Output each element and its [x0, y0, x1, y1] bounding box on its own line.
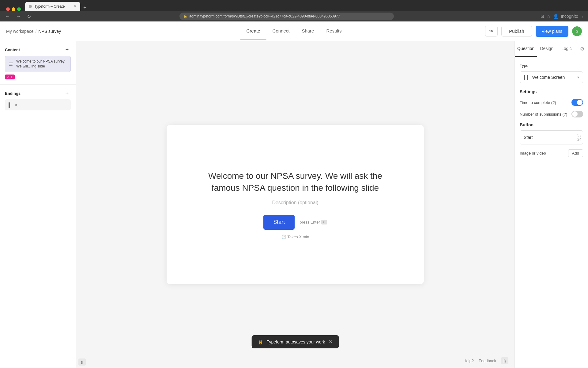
tab-connect[interactable]: Connect: [266, 22, 296, 40]
press-enter-text: press Enter: [300, 220, 320, 224]
press-enter-hint: press Enter ↵: [300, 220, 327, 224]
maximize-btn[interactable]: [17, 7, 21, 11]
view-plans-button[interactable]: View plans: [536, 26, 568, 37]
button-text-input[interactable]: [524, 135, 577, 140]
type-dropdown[interactable]: ▌▌ Welcome Screen ▾: [520, 71, 583, 83]
form-card: Welcome to our NPSA survey. We will ask …: [167, 125, 424, 284]
nav-tabs: Create Connect Share Results: [240, 22, 348, 40]
number-of-submissions-label: Number of submissions (?): [520, 112, 567, 117]
nav-actions: 👁 Publish View plans S: [485, 26, 582, 37]
survey-name: NPS survey: [38, 29, 61, 34]
cast-icon[interactable]: ⊡: [541, 14, 544, 19]
time-to-complete-label: Time to complete (?): [520, 100, 556, 105]
tab-logic[interactable]: Logic: [557, 41, 576, 57]
tab-close-icon[interactable]: ✕: [74, 4, 77, 9]
tab-results[interactable]: Results: [320, 22, 348, 40]
more-icon[interactable]: ⋮: [581, 14, 585, 19]
autosave-toast: 🔒 Typeform autosaves your work ✕: [252, 335, 339, 348]
button-char-count: 5 / 24: [577, 133, 581, 142]
toast-close-button[interactable]: ✕: [329, 339, 333, 345]
ending-item-text: A: [15, 103, 17, 107]
welcome-item-icon: [9, 63, 13, 66]
start-btn-row: Start press Enter ↵: [263, 215, 327, 230]
bottom-bar: {| Help? Feedback |}: [76, 353, 514, 368]
close-btn[interactable]: [6, 7, 10, 11]
sidebar-item-welcome[interactable]: Welcome to our NPSA survey. We will…ing …: [5, 56, 71, 72]
tab-question[interactable]: Question: [515, 41, 537, 57]
panel-tabs: Question Design Logic ⚙: [515, 41, 588, 57]
item-number-badge: ✓ 1: [5, 75, 15, 79]
forward-button[interactable]: →: [14, 13, 23, 20]
browser-chrome: Typeform – Create ✕ + ← → ↻ 🔒 admin.type…: [0, 0, 588, 21]
add-content-button[interactable]: +: [63, 46, 71, 53]
main-content: Content + Welcome to our NPSA survey. We…: [0, 41, 588, 368]
browser-tabs: Typeform – Create ✕ +: [0, 0, 588, 11]
breadcrumb: My workspace / NPS survey: [6, 29, 61, 34]
time-to-complete-row: Time to complete (?): [520, 99, 583, 106]
back-button[interactable]: ←: [3, 13, 12, 20]
enter-icon: ↵: [321, 220, 327, 224]
start-button[interactable]: Start: [263, 215, 295, 230]
image-or-video-label: Image or video: [520, 151, 546, 155]
active-tab[interactable]: Typeform – Create ✕: [25, 2, 80, 11]
form-title[interactable]: Welcome to our NPSA survey. We will ask …: [203, 170, 387, 194]
endings-header: Endings +: [5, 90, 71, 97]
preview-button[interactable]: 👁: [485, 26, 498, 36]
canvas: Welcome to our NPSA survey. We will ask …: [76, 41, 514, 368]
url-input[interactable]: 🔒 admin.typeform.com/form/sWDtsfDj/creat…: [179, 13, 394, 20]
traffic-lights: [3, 7, 24, 11]
content-label: Content: [5, 48, 20, 52]
time-to-complete-toggle[interactable]: [571, 99, 583, 106]
panel-content: Type ▌▌ Welcome Screen ▾ Settings Time t…: [515, 57, 588, 163]
form-description-placeholder[interactable]: Description (optional): [272, 200, 318, 205]
top-nav: My workspace / NPS survey Create Connect…: [0, 21, 588, 41]
minimize-btn[interactable]: [12, 7, 15, 11]
expand-left-button[interactable]: {|: [78, 358, 86, 366]
tab-create[interactable]: Create: [240, 22, 266, 40]
new-tab-button[interactable]: +: [81, 5, 89, 11]
lock-icon: 🔒: [183, 14, 187, 18]
profile-icon[interactable]: 👤: [553, 14, 558, 19]
add-image-button[interactable]: Add: [568, 149, 583, 157]
left-sidebar: Content + Welcome to our NPSA survey. We…: [0, 41, 76, 368]
settings-icon[interactable]: ⚙: [576, 41, 588, 57]
browser-address-bar: ← → ↻ 🔒 admin.typeform.com/form/sWDtsfDj…: [0, 11, 588, 21]
help-link[interactable]: Help?: [463, 358, 474, 363]
ending-item[interactable]: ▌ A: [5, 99, 71, 110]
ending-icon: ▌: [9, 102, 12, 107]
welcome-item-text: Welcome to our NPSA survey. We will…ing …: [16, 59, 67, 69]
check-icon: ✓: [7, 75, 9, 79]
content-section: Content + Welcome to our NPSA survey. We…: [0, 41, 76, 85]
avatar[interactable]: S: [572, 26, 582, 36]
bookmark-icon[interactable]: ☆: [547, 14, 551, 19]
image-or-video-row: Image or video Add: [520, 149, 583, 157]
tab-share[interactable]: Share: [296, 22, 320, 40]
feedback-link[interactable]: Feedback: [479, 358, 496, 363]
refresh-button[interactable]: ↻: [25, 13, 33, 20]
type-label: Type: [520, 63, 583, 68]
app: My workspace / NPS survey Create Connect…: [0, 21, 588, 368]
tab-title: Typeform – Create: [34, 4, 65, 9]
workspace-link[interactable]: My workspace: [6, 29, 33, 34]
type-dropdown-text: Welcome Screen: [532, 75, 575, 80]
eye-icon: 👁: [489, 29, 494, 34]
add-ending-button[interactable]: +: [63, 90, 71, 97]
toggle-knob: [577, 100, 582, 105]
chevron-down-icon: ▾: [577, 75, 579, 79]
time-text: Takes X min: [288, 235, 309, 239]
toast-emoji: 🔒: [258, 339, 263, 344]
endings-label: Endings: [5, 91, 21, 96]
number-of-submissions-toggle[interactable]: [571, 111, 583, 117]
tab-design[interactable]: Design: [537, 41, 556, 57]
toggle-knob-off: [572, 111, 578, 117]
content-header: Content +: [5, 46, 71, 53]
item-number: 1: [11, 75, 13, 79]
url-text: admin.typeform.com/form/sWDtsfDj/create?…: [189, 14, 340, 18]
toast-message: Typeform autosaves your work: [267, 339, 325, 344]
button-input-row: 5 / 24: [520, 130, 583, 144]
publish-button[interactable]: Publish: [501, 26, 532, 36]
endings-section: Endings + ▌ A: [0, 85, 76, 115]
button-label: Button: [520, 122, 583, 127]
expand-right-button[interactable]: |}: [501, 357, 508, 364]
right-panel: Question Design Logic ⚙ Type ▌▌ Welcome …: [514, 41, 588, 368]
